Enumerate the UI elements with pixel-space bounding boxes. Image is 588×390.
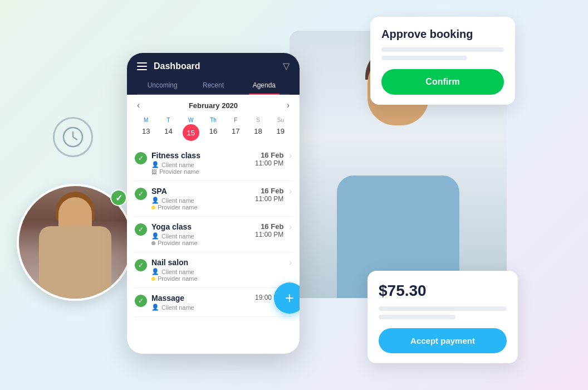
booking-client-nail: 👤 Client name [151,268,279,275]
day-18[interactable]: 18 [247,124,269,141]
booking-client-fitness: 👤 Client name [151,161,251,168]
filter-icon[interactable]: ▽ [283,61,290,71]
app-header: Dashboard ▽ Uncoming Recent Agenda [127,53,300,95]
day-16[interactable]: 16 [202,124,224,141]
provider-dot-nail [151,277,155,281]
tab-agenda[interactable]: Agenda [239,77,290,94]
approve-line-2 [381,56,467,60]
arrow-yoga: › [289,222,292,231]
tab-uncoming[interactable]: Uncoming [137,77,188,94]
app-tabs: Uncoming Recent Agenda [137,77,290,95]
approve-booking-card: Approve booking Confirm [370,17,515,105]
day-15-today[interactable]: 15 [183,124,199,141]
booking-provider-fitness: 🖼 Provider name [151,168,251,175]
booking-info-massage: Massage 👤 Client name [151,294,251,311]
day-19[interactable]: 19 [270,124,292,141]
booking-info-yoga: Yoga class 👤 Client name Provider name [151,222,251,246]
cal-prev[interactable]: ‹ [137,100,140,110]
app-body: ‹ February 2020 › M T W Th F S Su 13 14 … [127,95,300,317]
arrow-fitness: › [289,151,292,160]
check-yoga: ✓ [135,223,147,236]
booking-client-spa: 👤 Client name [151,197,251,204]
arrow-spa: › [289,187,292,196]
person-icon-nail: 👤 [151,268,159,275]
day-label-w: W [180,116,202,124]
booking-name-spa: SPA [151,187,251,196]
person-icon-fitness: 👤 [151,161,159,168]
booking-time-yoga: 16 Feb 11:00 PM [255,222,283,238]
provider-dot-spa [151,206,155,209]
day-label-m: M [135,116,157,124]
day-13[interactable]: 13 [135,124,157,141]
tab-recent[interactable]: Recent [188,77,238,94]
mobile-app: Dashboard ▽ Uncoming Recent Agenda ‹ Feb… [127,53,300,354]
svg-line-2 [73,137,77,140]
booking-name-massage: Massage [151,294,251,303]
scene: ✓ Dashboard ▽ Uncoming Recent Agenda ‹ F… [0,0,588,390]
booking-massage[interactable]: ✓ Massage 👤 Client name 19:00 PM › [135,288,292,317]
person-icon-yoga: 👤 [151,232,159,240]
hamburger-menu[interactable] [137,62,147,70]
check-spa: ✓ [135,188,147,200]
booking-client-massage: 👤 Client name [151,304,251,311]
booking-name-fitness: Fitness class [151,151,251,160]
approve-title: Approve booking [381,28,504,41]
payment-line-1 [379,306,507,311]
day-label-s: S [247,116,269,124]
payment-card: $75.30 Accept payment [367,271,518,363]
booking-fitness[interactable]: ✓ Fitness class 👤 Client name 🖼 Provider… [135,145,292,181]
booking-info-fitness: Fitness class 👤 Client name 🖼 Provider n… [151,151,251,175]
payment-placeholder-lines [379,306,507,319]
cal-month: February 2020 [189,101,238,110]
booking-time-fitness: 16 Feb 11:00 PM [255,151,283,167]
payment-amount: $75.30 [379,282,507,300]
day-label-su: Su [270,116,292,124]
day-label-f: F [224,116,247,124]
check-nail: ✓ [135,259,147,271]
booking-list: ✓ Fitness class 👤 Client name 🖼 Provider… [127,145,300,317]
app-title: Dashboard [154,61,283,71]
booking-provider-spa: Provider name [151,204,251,211]
provider-dot-yoga [151,241,155,245]
approve-placeholder-lines [381,47,504,60]
provider-icon-fitness: 🖼 [151,169,157,175]
booking-time-spa: 16 Feb 11:00 PM [255,187,283,203]
booking-name-yoga: Yoga class [151,222,251,231]
person-icon-massage: 👤 [151,304,159,311]
check-fitness: ✓ [135,152,147,164]
day-label-t: T [157,116,179,124]
booking-name-nail: Nail salon [151,258,279,267]
day-17[interactable]: 17 [224,124,247,141]
calendar-grid: M T W Th F S Su 13 14 15 16 17 18 19 [127,116,300,145]
booking-info-spa: SPA 👤 Client name Provider name [151,187,251,211]
booking-client-yoga: 👤 Client name [151,232,251,240]
booking-nail[interactable]: ✓ Nail salon 👤 Client name Provider name [135,252,292,288]
calendar-header: ‹ February 2020 › [127,95,300,116]
day-14[interactable]: 14 [157,124,179,141]
day-label-th: Th [202,116,224,124]
booking-provider-nail: Provider name [151,275,279,282]
accept-payment-button[interactable]: Accept payment [379,328,507,353]
booking-info-nail: Nail salon 👤 Client name Provider name [151,258,279,282]
check-massage: ✓ [135,295,147,307]
clock-icon [53,117,93,157]
arrow-nail: › [289,258,292,267]
confirm-button[interactable]: Confirm [381,69,504,95]
booking-provider-yoga: Provider name [151,240,251,246]
person-icon-spa: 👤 [151,197,159,204]
payment-line-2 [379,315,455,319]
cal-next[interactable]: › [287,100,290,110]
woman-check-badge: ✓ [110,189,127,206]
approve-line-1 [381,47,504,52]
booking-spa[interactable]: ✓ SPA 👤 Client name Provider name [135,181,292,217]
booking-yoga[interactable]: ✓ Yoga class 👤 Client name Provider name [135,217,292,252]
